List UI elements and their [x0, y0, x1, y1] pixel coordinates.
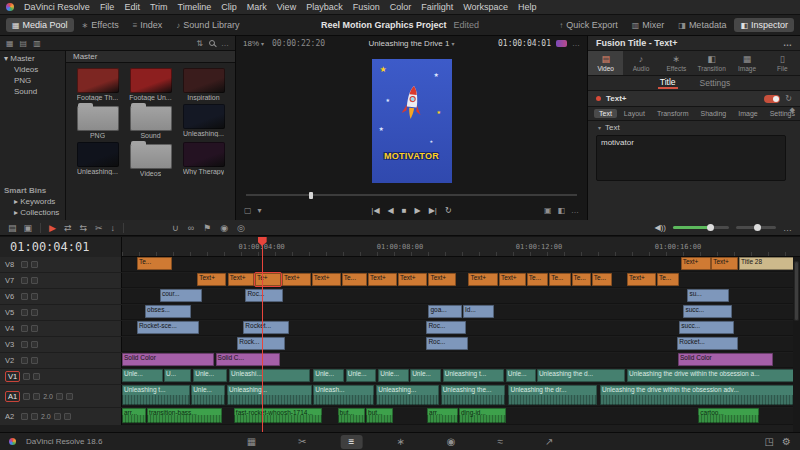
track-header-v6[interactable]: V6 [0, 289, 122, 304]
timeline-clip[interactable]: transition-bass... [147, 408, 222, 423]
timeline-clip[interactable]: Text+ [398, 273, 427, 286]
inspector-tab-audio[interactable]: ♪Audio [623, 51, 658, 75]
project-manager-icon[interactable]: ◳ [765, 436, 774, 447]
bin-tree-item-png[interactable]: PNG [0, 75, 65, 86]
timeline-clip[interactable]: Solid C... [216, 353, 280, 366]
list-view-icon[interactable]: ▤ [20, 39, 28, 48]
timeline-options-icon[interactable]: ▤ [8, 223, 17, 233]
timeline-clip[interactable]: Unleashing... [227, 385, 312, 405]
timeline-more-icon[interactable]: … [783, 223, 792, 233]
timeline-clip[interactable]: Text+ [228, 273, 254, 286]
track-header-v3[interactable]: V3 [0, 337, 122, 352]
inspector-button[interactable]: ◧Inspector [734, 18, 794, 32]
track-header-v2[interactable]: V2 [0, 353, 122, 368]
menu-item-edit[interactable]: Edit [119, 2, 145, 12]
menu-item-mark[interactable]: Mark [242, 2, 272, 12]
track-name[interactable]: V1 [5, 371, 20, 382]
track-enable-icon[interactable] [31, 325, 38, 332]
inspector-tab-effects[interactable]: ∗Effects [659, 51, 694, 75]
timeline-clip[interactable]: Te... [137, 257, 172, 270]
scrollbar-thumb[interactable] [794, 261, 799, 321]
bin-tree-item-master[interactable]: ▾ Master [0, 53, 65, 64]
sound-library-button[interactable]: ♪Sound Library [170, 18, 245, 32]
stacked-timeline-icon[interactable]: ▣ [24, 223, 33, 233]
track-lock-icon[interactable] [23, 373, 30, 380]
node-toggle-switch[interactable] [764, 95, 780, 103]
track-lock-icon[interactable] [21, 293, 28, 300]
timeline-clip[interactable]: Unleashing t... [443, 369, 504, 382]
dynamic-trim-tool-icon[interactable]: ⇆ [80, 223, 88, 233]
stop-button[interactable]: ■ [402, 206, 407, 215]
insert-clip-icon[interactable]: ↓ [111, 223, 116, 233]
step-back-button[interactable]: ◀ [388, 206, 394, 215]
track-lane-v1[interactable]: Unle...U...Unle...Unleashi...Unle...Unle… [122, 369, 800, 384]
timeline-clip[interactable]: Unle... [191, 385, 225, 405]
timeline-clip[interactable]: arr... [122, 408, 146, 423]
timeline-clip[interactable]: but... [366, 408, 393, 423]
track-enable-icon[interactable] [31, 277, 38, 284]
timeline-scrollbar[interactable] [793, 257, 800, 432]
strip-view-icon[interactable]: ▥ [33, 39, 41, 48]
zoom-knob[interactable] [754, 224, 761, 231]
keyframe-icon[interactable]: ◆ [790, 106, 795, 114]
match-frame-icon[interactable]: ▣ [544, 206, 552, 215]
track-lane-v6[interactable]: cour...Roc...su... [122, 289, 800, 304]
timeline-clip[interactable]: ding-id... [459, 408, 506, 423]
timeline-clip[interactable]: Unle... [313, 369, 344, 382]
timeline-clip[interactable]: Unleashing t... [122, 385, 190, 405]
timeline-clip[interactable]: Solid Color [122, 353, 214, 366]
menu-item-help[interactable]: Help [513, 2, 542, 12]
track-name[interactable]: V6 [5, 292, 18, 301]
link-clips-icon[interactable]: ∞ [188, 223, 194, 233]
timeline-ruler[interactable]: 01:00:04:0001:00:08:0001:00:12:0001:00:1… [122, 237, 800, 257]
timeline-clip[interactable]: Roc... [245, 289, 283, 302]
media-item[interactable]: Footage Th... [73, 68, 122, 101]
timeline-zoom-slider[interactable] [736, 226, 776, 229]
track-lane-v4[interactable]: Rocket-sce...Rocket...Roc...succ... [122, 321, 800, 336]
menu-item-fairlight[interactable]: Fairlight [416, 2, 458, 12]
track-header-v5[interactable]: V5 [0, 305, 122, 320]
text-section-header[interactable]: ▾ Text [588, 121, 800, 134]
track-name[interactable]: A2 [5, 412, 18, 421]
track-enable-icon[interactable] [31, 261, 38, 268]
menu-item-clip[interactable]: Clip [216, 2, 242, 12]
volume-knob[interactable] [707, 224, 714, 231]
menu-item-davinci-resolve[interactable]: DaVinci Resolve [19, 2, 95, 12]
flag-icon[interactable]: ⚑ [203, 223, 211, 233]
effects-button[interactable]: ∗Effects [76, 18, 125, 32]
media-item[interactable]: PNG [73, 104, 122, 139]
track-name[interactable]: A1 [5, 391, 20, 402]
timeline-clip[interactable]: Te... [549, 273, 571, 286]
timeline-clip[interactable]: fast-rocket-whoosh-1714... [234, 408, 322, 423]
track-lane-v7[interactable]: Text+Text+Te+Text+Text+Te...Text+Text+Te… [122, 273, 800, 288]
timeline-clip[interactable]: Te... [657, 273, 679, 286]
timeline-clip[interactable]: Rocket... [677, 337, 737, 350]
media-item[interactable]: Inspiration [179, 68, 228, 101]
track-name[interactable]: V8 [5, 260, 18, 269]
menu-item-workspace[interactable]: Workspace [458, 2, 513, 12]
track-header-a1[interactable]: A12.0 [0, 385, 122, 407]
bin-tree-item-sound[interactable]: Sound [0, 86, 65, 97]
timeline-clip[interactable]: cartoo... [698, 408, 759, 423]
menu-item-color[interactable]: Color [385, 2, 417, 12]
timeline-clip[interactable]: Unleashing the... [441, 385, 505, 405]
textplus-tab-transform[interactable]: Transform [652, 109, 694, 118]
timeline-clip[interactable]: Text+ [681, 257, 711, 270]
media-pool-more-icon[interactable]: … [221, 39, 229, 48]
timeline-clip[interactable]: Solid Color [678, 353, 773, 366]
timeline-clip[interactable]: Unleashing the drive within the obsessio… [627, 369, 800, 382]
textplus-tab-shading[interactable]: Shading [696, 109, 732, 118]
razor-tool-icon[interactable]: ✂ [95, 223, 103, 233]
timeline-clip[interactable]: Unleashing the dr... [508, 385, 596, 405]
zoom-presets-icon[interactable]: ◎ [237, 223, 245, 233]
track-name[interactable]: V2 [5, 356, 18, 365]
timeline-clip[interactable]: but... [338, 408, 365, 423]
menu-item-playback[interactable]: Playback [301, 2, 348, 12]
track-lane-v8[interactable]: Te...Text+Text+Title 28 [122, 257, 800, 272]
timeline-clip[interactable]: cour... [160, 289, 202, 302]
track-header-a2[interactable]: A22.0 [0, 408, 122, 425]
timeline-clip[interactable]: succ... [683, 305, 731, 318]
mixer-button[interactable]: ▥Mixer [626, 18, 671, 32]
track-solo-icon[interactable] [56, 393, 63, 400]
menu-item-timeline[interactable]: Timeline [173, 2, 217, 12]
